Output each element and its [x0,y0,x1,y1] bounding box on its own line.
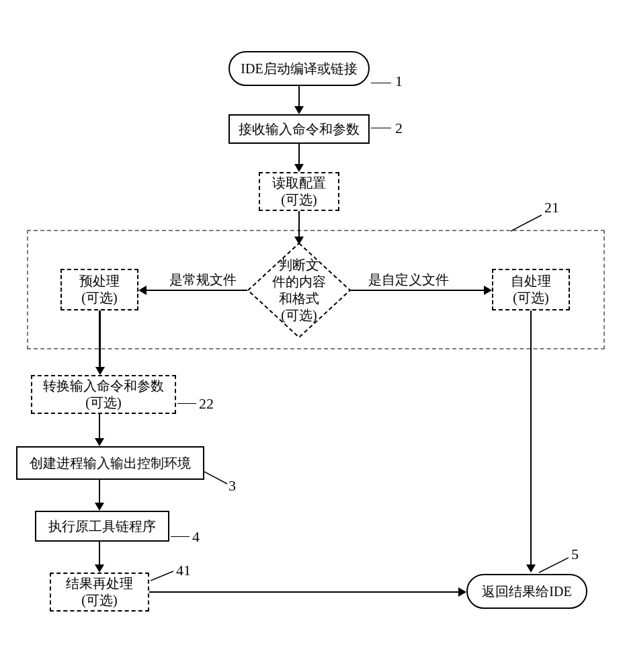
self-box: 自处理 (可选) [492,269,570,310]
num-1: 1 [395,73,403,90]
post-l1: 结果再处理 [66,575,133,592]
edge-left-label: 是常规文件 [169,271,237,288]
convert-box: 转换输入命令和参数 (可选) [31,375,176,414]
leader-21 [511,214,543,233]
svg-line-3 [151,571,173,581]
arrow-pre-convert [99,310,101,368]
recv-text: 接收输入命令和参数 [239,121,360,138]
arrowhead-2-cfg [294,164,304,172]
leader-2 [371,128,391,128]
pre-box: 预处理 (可选) [60,269,138,310]
judge-l1: 判断文 [279,257,319,274]
judge-l2: 件的内容 [272,274,326,290]
arrow-self-return [530,310,532,566]
post-l2: (可选) [81,592,117,609]
num-2: 2 [395,120,403,137]
num-3: 3 [228,477,236,495]
flowchart-canvas: IDE启动编译或链接 1 接收输入命令和参数 2 读取配置 (可选) 21 判断… [0,0,625,672]
exec-box: 执行原工具链程序 [35,511,169,542]
pre-l2: (可选) [81,290,117,306]
arrow-exec-post [99,542,100,566]
arrowhead-env-exec [95,503,104,511]
judge-l4: (可选) [281,307,317,324]
arrow-judge-pre [147,290,247,291]
leader-41 [151,570,175,582]
exec-text: 执行原工具链程序 [48,518,156,535]
createenv-box: 创建进程输入输出控制环境 [16,446,204,480]
num-4: 4 [192,528,200,546]
arrow-env-exec [99,480,100,504]
start-terminator: IDE启动编译或链接 [228,51,370,86]
arrow-cfg-judge [298,211,300,238]
readcfg-l2: (可选) [281,192,317,208]
leader-4 [171,536,190,537]
convert-l2: (可选) [85,394,121,411]
arrowhead-self-return [526,564,536,573]
createenv-text: 创建进程输入输出控制环境 [30,455,191,472]
arrowhead-pre-convert [95,367,105,375]
arrowhead-judge-self [484,286,492,295]
svg-line-0 [511,215,542,231]
arrowhead-exec-post [95,564,104,573]
arrow-judge-self [351,290,485,291]
return-terminator: 返回结果给IDE [466,574,587,609]
arrowhead-1-2 [294,106,304,114]
convert-l1: 转换输入命令和参数 [43,378,164,394]
arrow-1-2 [298,86,300,108]
judge-diamond: 判断文 件的内容 和格式 (可选) [245,241,353,340]
leader-3 [204,470,228,485]
arrowhead-judge-pre [138,286,147,295]
num-22: 22 [199,395,214,413]
return-text: 返回结果给IDE [482,583,571,600]
arrow-convert-env [99,414,100,439]
post-box: 结果再处理 (可选) [50,573,149,612]
arrowhead-convert-env [95,438,104,446]
svg-line-4 [539,558,569,573]
self-l2: (可选) [513,290,548,306]
svg-line-2 [204,472,227,484]
start-text: IDE启动编译或链接 [241,60,357,77]
arrowhead-post-return [458,587,466,597]
judge-l3: 和格式 [279,290,319,307]
readcfg-l1: 读取配置 [272,175,326,192]
leader-1 [371,83,391,83]
arrow-post-return [149,591,460,593]
num-21: 21 [544,199,559,216]
pre-l1: 预处理 [79,273,120,290]
num-41: 41 [176,562,191,579]
num-5: 5 [571,546,579,563]
leader-22 [177,403,196,404]
recv-box: 接收输入命令和参数 [228,114,370,144]
edge-right-label: 是自定义文件 [368,271,449,288]
readcfg-box: 读取配置 (可选) [259,172,339,211]
self-l1: 自处理 [511,273,551,290]
leader-5 [538,556,569,574]
arrow-2-cfg [298,144,300,165]
